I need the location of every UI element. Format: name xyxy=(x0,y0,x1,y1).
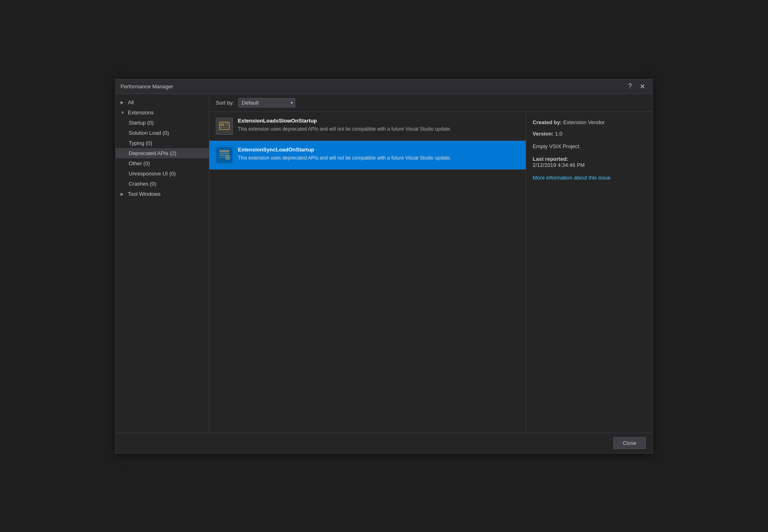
svg-rect-4 xyxy=(220,127,228,128)
sidebar: ▶ All ▼ Extensions Startup (0) Solution … xyxy=(116,94,209,433)
sidebar-other-label: Other (0) xyxy=(129,160,150,166)
details-created-by-value: Extension Vendor xyxy=(563,119,605,125)
sidebar-item-other[interactable]: Other (0) xyxy=(116,158,209,169)
sidebar-solution-load-label: Solution Load (0) xyxy=(129,130,169,136)
sort-label: Sort by: xyxy=(216,100,234,106)
sort-select-wrapper: Default ▾ xyxy=(238,98,295,107)
more-info-link[interactable]: More information about this issue xyxy=(533,175,646,181)
sidebar-item-all[interactable]: ▶ All xyxy=(116,97,209,107)
sidebar-item-deprecated-apis[interactable]: Deprecated APIs (2) xyxy=(116,148,209,158)
performance-manager-dialog: Performance Manager ? ✕ ▶ All ▼ Extensio… xyxy=(115,79,653,453)
sidebar-startup-label: Startup (0) xyxy=(129,120,154,126)
close-button[interactable]: Close xyxy=(613,437,646,449)
extension-name-2: ExtensionSyncLoadOnStartup xyxy=(238,147,519,153)
sidebar-crashes-label: Crashes (0) xyxy=(129,181,156,187)
details-description: Empty VSIX Project. xyxy=(533,143,646,149)
sidebar-unresponsive-ui-label: Unresponsive UI (0) xyxy=(129,171,176,177)
extension-content-1: ExtensionLoadsSlowOnStartup This extensi… xyxy=(238,118,519,133)
sidebar-deprecated-apis-label: Deprecated APIs (2) xyxy=(129,150,176,156)
all-arrow-icon: ▶ xyxy=(121,100,125,105)
svg-rect-5 xyxy=(219,150,229,152)
extension-item-1[interactable]: ExtensionLoadsSlowOnStartup This extensi… xyxy=(209,112,526,141)
extension-item-2[interactable]: ExtensionSyncLoadOnStartup This extensio… xyxy=(209,141,526,170)
main-panel: Sort by: Default ▾ xyxy=(209,94,652,433)
sidebar-all-label: All xyxy=(128,99,134,105)
tool-windows-arrow-icon: ▶ xyxy=(121,192,125,196)
sidebar-typing-label: Typing (0) xyxy=(129,140,152,146)
sidebar-item-unresponsive-ui[interactable]: Unresponsive UI (0) xyxy=(116,169,209,179)
extensions-list: ExtensionLoadsSlowOnStartup This extensi… xyxy=(209,112,526,433)
details-last-reported-value: 2/12/2019 4:34:46 PM xyxy=(533,162,646,168)
extension-icon-2 xyxy=(216,147,233,164)
title-bar: Performance Manager ? ✕ xyxy=(116,79,652,94)
close-title-button[interactable]: ✕ xyxy=(637,81,647,92)
sidebar-item-typing[interactable]: Typing (0) xyxy=(116,138,209,148)
svg-rect-8 xyxy=(219,157,225,158)
toolbar: Sort by: Default ▾ xyxy=(209,94,652,112)
sidebar-item-extensions[interactable]: ▼ Extensions xyxy=(116,107,209,118)
details-created-by: Created by: Extension Vendor xyxy=(533,118,646,127)
sidebar-item-crashes[interactable]: Crashes (0) xyxy=(116,179,209,189)
dialog-title: Performance Manager xyxy=(121,83,173,90)
svg-rect-3 xyxy=(225,125,228,126)
sort-select[interactable]: Default xyxy=(238,98,295,107)
details-last-reported-label: Last reported: xyxy=(533,156,646,162)
extension-icon-1 xyxy=(216,118,233,135)
extension-desc-1: This extension uses deprecated APIs and … xyxy=(238,125,519,133)
sidebar-item-solution-load[interactable]: Solution Load (0) xyxy=(116,128,209,138)
details-version: Version: 1.0 xyxy=(533,130,646,138)
details-version-value: 1.0 xyxy=(555,131,562,137)
title-bar-controls: ? ✕ xyxy=(625,81,647,92)
details-version-label: Version: xyxy=(533,131,553,137)
dialog-content: ▶ All ▼ Extensions Startup (0) Solution … xyxy=(116,94,652,433)
svg-rect-2 xyxy=(225,123,228,124)
extension-content-2: ExtensionSyncLoadOnStartup This extensio… xyxy=(238,147,519,162)
sidebar-item-tool-windows[interactable]: ▶ Tool Windows xyxy=(116,189,209,199)
sidebar-extensions-label: Extensions xyxy=(128,109,154,116)
extensions-arrow-icon: ▼ xyxy=(121,110,125,115)
extension-desc-2: This extension uses deprecated APIs and … xyxy=(238,154,519,162)
extension-name-1: ExtensionLoadsSlowOnStartup xyxy=(238,118,519,124)
sidebar-tool-windows-label: Tool Windows xyxy=(128,191,160,197)
sidebar-item-startup[interactable]: Startup (0) xyxy=(116,118,209,128)
ext-icon-svg-1 xyxy=(219,120,230,132)
footer: Close xyxy=(116,433,652,453)
ext-icon-svg-2 xyxy=(219,149,230,161)
details-last-reported-section: Last reported: 2/12/2019 4:34:46 PM xyxy=(533,156,646,168)
items-panel: ExtensionLoadsSlowOnStartup This extensi… xyxy=(209,112,652,433)
help-button[interactable]: ? xyxy=(625,81,635,92)
svg-rect-1 xyxy=(220,123,224,126)
details-panel: Created by: Extension Vendor Version: 1.… xyxy=(526,112,652,433)
svg-rect-6 xyxy=(219,153,229,154)
details-created-by-label: Created by: xyxy=(533,119,562,125)
